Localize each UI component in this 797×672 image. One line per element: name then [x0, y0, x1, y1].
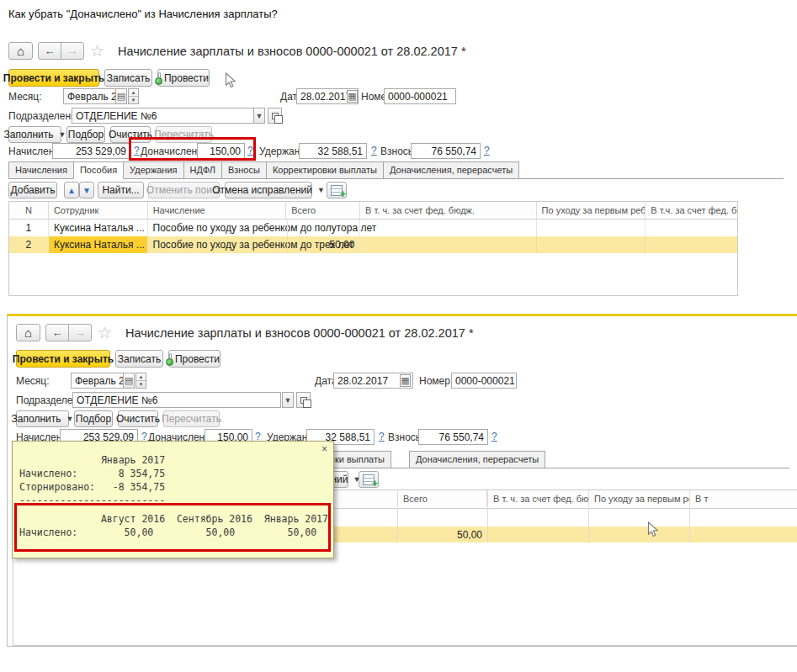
chevron-down-icon: ▼	[66, 415, 74, 423]
number-input[interactable]: 0000-000021	[384, 88, 456, 104]
table-row[interactable]: 1 Куксина Наталья ... Пособие по уходу з…	[9, 220, 737, 236]
back-icon: ←	[52, 327, 63, 338]
post-button[interactable]: Провести	[168, 350, 221, 368]
table-header-row: N Сотрудник Начисление Всего В т. ч. за …	[9, 202, 737, 220]
col-fed-budget-2[interactable]: В т	[689, 490, 797, 507]
move-down-button[interactable]: ▼	[79, 182, 94, 198]
withheld-help-link[interactable]: ?	[371, 145, 377, 156]
contributions-help-link[interactable]: ?	[484, 145, 490, 156]
month-label: Месяц:	[16, 375, 50, 387]
accrued-input[interactable]: 253 529,09	[52, 143, 130, 159]
month-calendar-button[interactable]: ▤	[123, 373, 135, 389]
col-fed-budget[interactable]: В т. ч. за счет фед. бюдж.	[487, 490, 588, 507]
month-spinner[interactable]: ▲▼	[128, 88, 139, 104]
back-icon: ←	[45, 45, 56, 56]
add-row-button[interactable]: Добавить	[8, 182, 57, 198]
department-open-button[interactable]	[268, 108, 282, 124]
close-icon[interactable]: ×	[321, 444, 327, 454]
grid-plus-icon	[363, 474, 375, 485]
col-employee[interactable]: Сотрудник	[49, 202, 148, 219]
contributions-input[interactable]: 76 550,74	[411, 143, 481, 159]
accrued-help-link[interactable]: ?	[134, 145, 140, 156]
recalculate-button[interactable]: Пересчитать	[156, 126, 212, 143]
number-input[interactable]: 0000-000021	[451, 373, 517, 389]
fill-button[interactable]: Заполнить▼	[16, 410, 69, 427]
favorite-star-icon[interactable]: ☆	[98, 325, 112, 341]
home-icon: ⌂	[24, 326, 32, 339]
col-n[interactable]: N	[9, 202, 49, 219]
move-up-button[interactable]: ▲	[64, 182, 79, 198]
selected-cell: Куксина Наталья ...	[49, 236, 148, 253]
department-dropdown-button[interactable]: ▼	[253, 108, 265, 124]
col-fed-budget-2[interactable]: В т.ч. за счет фед. бюдж.	[646, 202, 737, 219]
home-button[interactable]: ⌂	[16, 324, 40, 341]
list-settings-button[interactable]	[359, 471, 379, 488]
write-button[interactable]: Записать	[115, 350, 163, 368]
col-total[interactable]: Всего	[397, 490, 487, 507]
forward-icon: →	[75, 327, 86, 338]
forward-button[interactable]: →	[61, 42, 84, 60]
department-input[interactable]: ОТДЕЛЕНИЕ №6	[72, 108, 254, 124]
tab-accruals[interactable]: Начисления	[8, 161, 74, 178]
cancel-corrections-button[interactable]: Отмена исправлений▼	[225, 182, 312, 198]
fill-button[interactable]: Заполнить▼	[8, 126, 61, 143]
withheld-input[interactable]: 32 588,51	[299, 143, 367, 159]
date-picker-button[interactable]: ▦	[347, 90, 358, 103]
month-label: Месяц:	[8, 91, 42, 103]
tab-additional-accruals[interactable]: Доначисления, перерасчеты	[383, 161, 519, 178]
open-icon	[300, 397, 307, 404]
withheld-help-link[interactable]: ?	[379, 431, 385, 442]
pick-button[interactable]: Подбор	[74, 410, 113, 427]
back-button[interactable]: ←	[45, 324, 69, 341]
department-input[interactable]: ОТДЕЛЕНИЕ №6	[72, 392, 281, 408]
contributions-help-link[interactable]: ?	[491, 431, 497, 442]
post-button[interactable]: Провести	[157, 69, 210, 87]
document-title: Начисление зарплаты и взносов 0000-00002…	[118, 45, 466, 58]
write-button[interactable]: Записать	[104, 69, 152, 87]
table-row-selected[interactable]: 2 Куксина Наталья ... Пособие по уходу з…	[9, 236, 737, 253]
tab-ndfl[interactable]: НДФЛ	[183, 161, 222, 178]
added-label: Доначислено:	[141, 146, 205, 157]
col-first-child[interactable]: По уходу за первым реб...	[537, 202, 646, 219]
added-help-link[interactable]: ?	[247, 145, 253, 156]
screen: Как убрать "Доначислено" из Начисления з…	[0, 0, 797, 672]
favorite-star-icon[interactable]: ☆	[90, 43, 104, 59]
month-calendar-button[interactable]: ▤	[115, 88, 127, 104]
month-input[interactable]: Февраль 2017	[71, 373, 124, 389]
home-button[interactable]: ⌂	[8, 42, 33, 60]
calendar-icon: ▤	[117, 92, 125, 101]
pick-button[interactable]: Подбор	[66, 126, 105, 143]
clear-button[interactable]: Очистить	[110, 126, 151, 143]
back-button[interactable]: ←	[38, 42, 61, 60]
month-spinner[interactable]: ▲▼	[135, 373, 146, 389]
forward-button[interactable]: →	[68, 324, 92, 341]
tab-bar: Начисления Пособия Удержания НДФЛ Взносы…	[8, 161, 784, 179]
col-first-child[interactable]: По уходу за первым реб...	[588, 490, 689, 507]
col-accrual[interactable]: Начисление	[148, 202, 287, 219]
tab-contributions[interactable]: Взносы	[221, 161, 267, 178]
find-button[interactable]: Найти...	[98, 182, 144, 198]
cancel-search-button[interactable]: Отменить поиск	[148, 182, 220, 198]
calendar-icon: ▤	[125, 376, 133, 385]
col-fed-budget[interactable]: В т. ч. за счет фед. бюдж.	[360, 202, 537, 219]
col-total[interactable]: Всего	[286, 202, 360, 219]
tab-benefits[interactable]: Пособия	[73, 161, 124, 179]
contributions-input[interactable]: 76 550,74	[418, 429, 488, 445]
open-icon	[272, 113, 279, 119]
chevron-down-icon: ▼	[59, 130, 66, 139]
post-and-close-button[interactable]: Провести и закрыть	[16, 350, 110, 368]
list-settings-button[interactable]	[327, 182, 347, 198]
clear-button[interactable]: Очистить	[118, 410, 158, 427]
department-dropdown-button[interactable]: ▼	[282, 392, 294, 408]
date-picker-button[interactable]: ▦	[400, 374, 411, 387]
post-and-close-button[interactable]: Провести и закрыть	[8, 69, 99, 87]
month-input[interactable]: Февраль 2017	[63, 88, 116, 104]
added-input[interactable]: 150,00	[197, 143, 245, 159]
tab-payment-adjustments[interactable]: Корректировки выплаты	[266, 161, 384, 178]
department-open-button[interactable]	[296, 392, 311, 408]
forward-icon: →	[67, 45, 78, 56]
tab-deductions[interactable]: Удержания	[123, 161, 183, 178]
post-icon	[169, 353, 172, 364]
tab-additional-accruals[interactable]: Доначисления, перерасчеты	[409, 451, 545, 468]
recalculate-button[interactable]: Пересчитать	[163, 410, 220, 427]
